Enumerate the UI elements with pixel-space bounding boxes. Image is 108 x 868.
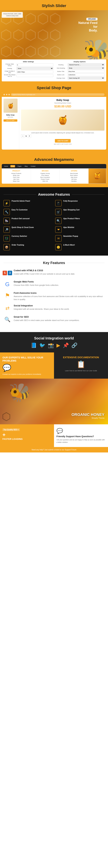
megamenu-item[interactable]: Face Care <box>4 176 29 178</box>
feature-icon-carousel: 🎠 <box>3 218 10 224</box>
nav-item-contact[interactable]: Contact <box>30 165 36 167</box>
feature-item-responsive: 📱 Fully Responsive <box>55 200 105 206</box>
input-image-size[interactable] <box>16 70 53 73</box>
shop-main: Baby Soap Nourishing Body Cream $180.00 … <box>19 97 106 150</box>
feature-name-carousel: Product Owl carousel <box>11 218 30 220</box>
experts-chat-icon: 💬 <box>2 364 51 372</box>
social-icons-row: 📘 🐦 📸 ▶ 📌 🔗 <box>3 342 105 348</box>
social-integration-title: Social Integration world <box>3 336 105 340</box>
form-row-sub: Sub-Heading Body <box>55 67 105 69</box>
qty-increase-button[interactable]: + <box>28 134 31 138</box>
form-row-btn: Button Title <box>55 70 105 73</box>
instagram-icon[interactable]: 📸 <box>48 342 54 348</box>
docs-title: EXTENSIVE Documentation <box>57 356 106 359</box>
sidebar-product-tag: NATURAL <box>3 117 17 118</box>
google-fonts-icon: G <box>3 280 11 288</box>
megamenu-item[interactable]: Gift Sets <box>61 178 86 180</box>
feature-text-zoom: Quick Shop & Cloud Zoom <box>11 226 34 229</box>
slider-section-title: Stylish Slider <box>0 3 108 8</box>
shop-note: ajax add to cart & quick view <box>21 143 105 145</box>
megamenu-item[interactable]: Pure Nature <box>33 174 58 176</box>
key-feature-social: ⇄ Social Integration Integrated with all… <box>3 304 105 312</box>
nav-item-pages[interactable]: Pages <box>17 165 22 167</box>
feature-item-tracking: 📦 Order Tracking <box>3 244 53 250</box>
linkedin-icon[interactable]: 🔗 <box>71 342 77 348</box>
key-feature-icons-text: Font-Awesome Icons Awesome collection of… <box>14 291 105 301</box>
input-slide-every[interactable] <box>16 63 53 66</box>
key-feature-seo-name: Great for SEO <box>14 315 79 318</box>
key-feature-social-text: Social Integration Integrated with all s… <box>14 304 69 311</box>
feature-name-customize: Easy To Customize <box>11 209 28 211</box>
key-feature-google-text: Google Web Fonts Choose from 600+ fonts … <box>14 280 59 287</box>
feature-icon-cart: 🛒 <box>55 209 62 215</box>
megamenu-col1-title: PRODUCT <box>4 170 29 172</box>
feature-name-more: & Much More! <box>63 244 75 246</box>
settings-col2-title: Display Options <box>55 61 105 63</box>
bee-icon: 🐝 <box>83 38 108 59</box>
shop-inner: organic-honey-theme.myshopify.com 🍯 Baby… <box>2 92 106 150</box>
megamenu-item[interactable]: Body Care <box>4 174 29 176</box>
feature-icon-filters: 🔍 <box>55 218 62 224</box>
megamenu-item[interactable]: Hair Care <box>4 178 29 180</box>
seo-icon: 🔍 <box>3 315 11 323</box>
qty-decrease-button[interactable]: − <box>21 134 25 138</box>
megamenu-item[interactable]: Best Sellers <box>61 174 86 176</box>
support-box: 💬 Friendly Support Have Questions? Ask y… <box>54 424 108 447</box>
feature-item-customize: 🔧 Easy To Customize <box>3 209 53 215</box>
key-feature-html5-name: Coded with HTML5 & CSS3 <box>14 269 75 272</box>
css3-label: 3 <box>8 271 12 275</box>
feature-name-admin: Powerful Admin Panel <box>11 200 30 202</box>
input-button-link[interactable] <box>68 73 105 76</box>
stylish-slider-section: Stylish Slider ⬡⬡⬡⬡⬡⬡⬡⬡⬡⬡⬡⬡⬡⬡⬡ Choose th… <box>0 0 108 82</box>
key-feature-google-name: Google Web Fonts <box>14 280 59 283</box>
add-to-cart-button[interactable]: ADD TO CART <box>55 139 71 143</box>
input-srcset[interactable] <box>16 74 53 77</box>
special-shop-section: Special Shop Page organic-honey-theme.my… <box>0 82 108 153</box>
label-overlay-color: Overlay Color <box>55 78 67 79</box>
select-subheading[interactable]: Body <box>68 67 105 69</box>
megamenu-item[interactable]: Flower Power <box>33 178 58 180</box>
megamenu-item[interactable]: Baby Care <box>4 180 29 182</box>
megamenu-item[interactable]: Bee Cosmetics <box>33 176 58 178</box>
youtube-icon[interactable]: ▶ <box>57 342 60 348</box>
megamenu-item[interactable]: Wild Life <box>33 180 58 182</box>
window-dot-green <box>8 94 10 95</box>
html5-label: 5 <box>3 271 7 275</box>
feature-item-currency: 💱 Currency Switcher <box>3 235 53 242</box>
nav-item-shop[interactable]: Shop <box>10 165 15 167</box>
megamenu-item[interactable]: New Arrivals <box>61 173 86 174</box>
slider-settings-col2: Display Options Heading Natural Food for… <box>55 61 105 80</box>
megamenu-section-title: Advanced Megamenu <box>0 157 108 162</box>
select-overlay[interactable]: None Dark Light <box>16 67 53 70</box>
megamenu-item[interactable]: Honey Products <box>4 173 29 174</box>
key-feature-google-desc: Choose from 600+ fonts from google fonts… <box>14 284 59 287</box>
pinterest-icon[interactable]: 📌 <box>63 342 69 348</box>
feature-icon-wishlist: ❤ <box>55 226 62 233</box>
megamenu-item[interactable]: Bundles <box>61 180 86 182</box>
nav-item-blog[interactable]: Blog <box>24 165 28 167</box>
select-heading[interactable]: Natural Food for ... <box>68 63 105 66</box>
sidebar-add-cart-button[interactable]: ADD TO CART <box>3 119 17 122</box>
megamenu-item[interactable]: Organic Honey <box>33 173 58 174</box>
feature-item-more: 😊 & Much More! <box>55 244 105 250</box>
facebook-icon[interactable]: 📘 <box>31 342 37 348</box>
nav-item-home[interactable]: Home <box>3 165 9 167</box>
select-overlay-color[interactable]: Dark Overlay Off <box>68 76 105 80</box>
key-feature-icons-desc: Awesome collection of icons from font aw… <box>14 295 105 301</box>
bottom-split-row: Top Quality SEO + + FASTER LOADING 💬 Fri… <box>0 424 108 447</box>
feature-icon-newsletter: ✉ <box>55 235 62 242</box>
footer-bar: Need any help? Just submit a ticket to o… <box>0 447 108 453</box>
experts-docs-row: OUR EXPERTS WILL solve your problems 💬 C… <box>0 352 108 379</box>
megamenu-item[interactable]: Sale Items <box>61 176 86 178</box>
url-bar: organic-honey-theme.myshopify.com <box>11 93 105 96</box>
feature-name-wishlist: Ajax Wishlist <box>63 226 74 228</box>
input-button-title[interactable] <box>68 70 105 73</box>
twitter-icon[interactable]: 🐦 <box>39 342 45 348</box>
feature-text-admin: Powerful Admin Panel <box>11 200 30 202</box>
shop-content: 🍯 Baby Soap NATURAL ADD TO CART Baby Soa… <box>2 97 106 150</box>
awesome-features-title-row: Awesome Features <box>3 192 105 196</box>
feature-item-cart: 🛒 Ajax Shopping Cart <box>55 209 105 215</box>
label-srcset: Srcset? By default Yes, to <box>3 74 16 77</box>
feature-item-zoom: 🔎 Quick Shop & Cloud Zoom <box>3 226 53 233</box>
feature-text-newsletter: Newsletter Popup <box>63 235 78 238</box>
